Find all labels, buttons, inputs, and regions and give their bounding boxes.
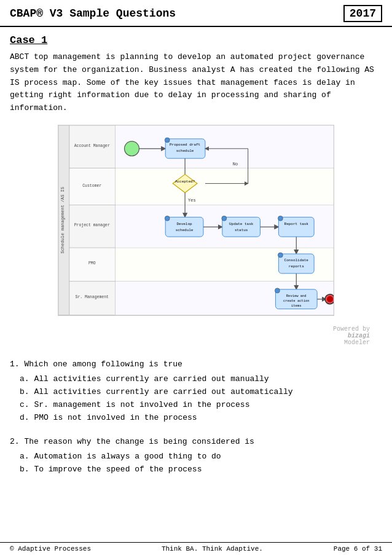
svg-point-45: [278, 216, 283, 221]
question-1-option-a: a. All activities currently are carried …: [10, 373, 382, 386]
question-1-option-b: b. All activities currently are carried …: [10, 386, 382, 399]
svg-text:schedule: schedule: [176, 228, 194, 232]
svg-text:Account Manager: Account Manager: [74, 144, 110, 148]
question-1-label: Which one among following is true: [24, 360, 182, 369]
svg-text:status: status: [235, 228, 248, 232]
case-paragraph: ABCT top management is planning to devel…: [10, 51, 382, 115]
footer-right: Page 6 of 31: [334, 545, 382, 553]
svg-text:Schedule management /AS IS: Schedule management /AS IS: [60, 187, 65, 254]
question-1-option-c: c. Sr. management is not involved in the…: [10, 399, 382, 412]
svg-point-59: [327, 296, 333, 302]
question-2-number: 2.: [10, 437, 20, 446]
footer-center: Think BA. Think Adaptive.: [162, 545, 263, 553]
svg-text:Update task: Update task: [229, 222, 254, 226]
footer-left: © Adaptive Processes: [10, 545, 91, 553]
svg-text:reports: reports: [289, 264, 304, 269]
svg-text:No: No: [233, 162, 238, 167]
svg-rect-43: [278, 217, 314, 237]
svg-point-18: [125, 141, 139, 156]
svg-text:Report task: Report task: [284, 222, 309, 226]
question-1: 1. Which one among following is true a. …: [10, 358, 382, 425]
svg-rect-13: [116, 125, 334, 168]
svg-point-50: [278, 253, 283, 258]
question-2-option-b: b. To improve the speed of the process: [10, 463, 382, 476]
svg-text:Review and: Review and: [286, 294, 307, 298]
bizagi-modeler: Modeler: [10, 339, 370, 346]
main-content: Case 1 ABCT top management is planning t…: [0, 27, 392, 524]
svg-text:Project manager: Project manager: [74, 223, 110, 227]
question-1-number: 1.: [10, 360, 20, 369]
svg-text:items: items: [291, 304, 301, 308]
svg-text:Consolidate: Consolidate: [284, 258, 309, 262]
svg-point-36: [165, 216, 170, 221]
question-1-option-d: d. PMO is not involved in the process: [10, 412, 382, 425]
bizagi-brand: bizagi: [10, 333, 370, 339]
svg-text:Sr. Management: Sr. Management: [76, 295, 109, 299]
question-2: 2. The reason why the change is being co…: [10, 436, 382, 476]
year-badge: 2017: [343, 5, 382, 22]
svg-text:Customer: Customer: [82, 184, 101, 188]
svg-text:Yes: Yes: [188, 198, 196, 203]
svg-point-23: [165, 138, 170, 143]
question-1-text: 1. Which one among following is true: [10, 358, 382, 371]
question-2-label: The reason why the change is being consi…: [24, 437, 254, 446]
svg-rect-14: [116, 168, 334, 205]
question-2-option-a: a. Automation is always a good thing to …: [10, 451, 382, 463]
svg-point-56: [275, 288, 280, 293]
svg-text:Proposed draft: Proposed draft: [170, 143, 200, 147]
page-footer: © Adaptive Processes Think BA. Think Ada…: [0, 542, 392, 555]
svg-text:schedule: schedule: [176, 149, 194, 153]
svg-text:PMO: PMO: [88, 261, 96, 266]
page-title: CBAP® V3 Sample Questions: [10, 7, 176, 20]
process-diagram: Schedule management /AS IS Account Manag…: [58, 125, 334, 316]
bizagi-logo-area: Powered by bizagi Modeler: [10, 326, 382, 346]
svg-rect-38: [222, 217, 261, 237]
page-header: CBAP® V3 Sample Questions 2017: [0, 0, 392, 27]
question-2-text: 2. The reason why the change is being co…: [10, 436, 382, 449]
svg-text:create action: create action: [283, 299, 310, 303]
svg-rect-33: [165, 217, 203, 237]
diagram-svg: Schedule management /AS IS Account Manag…: [58, 125, 334, 315]
svg-text:Develop: Develop: [177, 222, 192, 226]
svg-text:Accepted?: Accepted?: [175, 179, 195, 184]
case-title: Case 1: [10, 34, 382, 46]
svg-point-41: [222, 216, 227, 221]
powered-by-text: Powered by: [10, 326, 370, 333]
